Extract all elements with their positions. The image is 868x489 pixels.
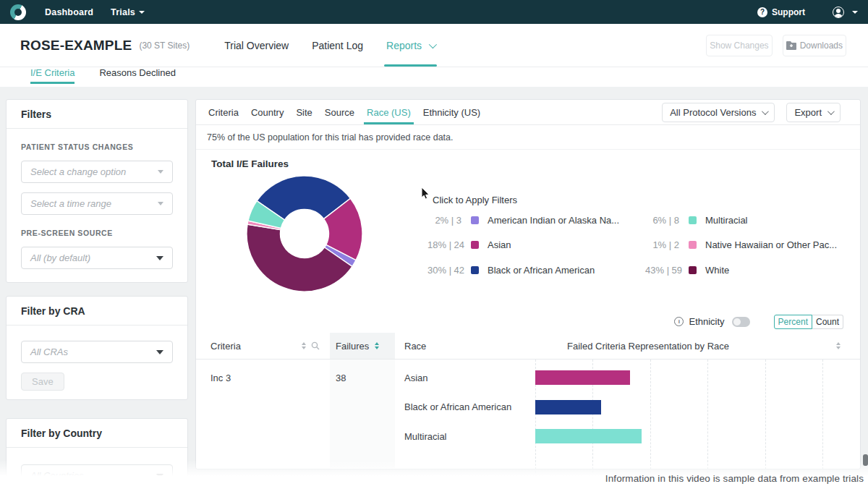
legend-swatch [471,241,479,249]
tab-patient-log[interactable]: Patient Log [312,24,363,67]
filters-panel-title: Filters [7,100,187,129]
sort-icon[interactable] [836,342,841,349]
report-subtabs: I/E Criteria Reasons Declined [0,67,868,87]
subtab-ie-criteria[interactable]: I/E Criteria [30,67,75,84]
bottom-fade: Information in this video is sample data… [0,460,868,489]
legend-value: 18% | 24 [427,239,471,250]
race-label: Asian [395,363,535,393]
trial-header: ROSE-EXAMPLE (30 ST Sites) Trial Overvie… [0,24,868,67]
tab-criteria[interactable]: Criteria [207,100,240,124]
downloads-button[interactable]: Downloads [783,35,846,56]
user-icon [833,7,844,18]
ethnicity-toggle-label: Ethnicity [689,316,724,327]
legend-item[interactable]: Native Hawaiian or Other Pac... [697,239,837,250]
nav-dashboard[interactable]: Dashboard [45,7,93,17]
help-icon: ? [757,7,767,17]
tab-trial-overview[interactable]: Trial Overview [224,24,289,67]
race-data-note: 75% of the US population for this trial … [196,125,860,150]
legend-swatch [689,266,697,274]
nav-support[interactable]: ?Support [757,7,805,17]
tab-site[interactable]: Site [294,100,313,124]
nav-trials[interactable]: Trials [111,7,145,17]
search-icon[interactable] [311,341,320,350]
protocol-versions-select[interactable]: All Protocol Versions [662,103,775,122]
legend-value: 1% | 2 [645,239,689,250]
criteria-cell: Inc 3 [196,360,330,468]
filters-panel: Filters PATIENT STATUS CHANGES Select a … [6,99,188,283]
tab-ethnicity-us[interactable]: Ethnicity (US) [422,100,482,124]
report-card: Criteria Country Site Source Race (US) E… [195,99,861,469]
chart-title: Total I/E Failures [211,158,289,169]
top-nav: Dashboard Trials ?Support [0,0,868,24]
sort-icon[interactable] [302,342,306,349]
filters-sidebar: Filters PATIENT STATUS CHANGES Select a … [6,99,188,489]
table-row: Inc 3 38 Asian Black or African American… [196,360,860,468]
legend-swatch [689,241,697,249]
bar-chart-cell [535,360,860,468]
chevron-down-icon [156,256,163,260]
country-panel-title: Filter by Country [7,419,187,448]
report-tabs: Criteria Country Site Source Race (US) E… [196,100,860,125]
chevron-down-icon [139,11,145,14]
legend-value: 6% | 8 [645,215,689,226]
app-logo-icon[interactable] [10,4,26,20]
save-button[interactable]: Save [21,373,64,391]
legend-item[interactable]: Multiracial [697,215,837,226]
failures-cell: 38 [330,360,395,468]
percent-button[interactable]: Percent [774,315,812,329]
cursor-icon [421,187,430,200]
column-header-representation[interactable]: Failed Criteria Representation by Race [535,333,860,359]
subtab-reasons-declined[interactable]: Reasons Declined [99,67,176,84]
download-icon [786,41,796,50]
chevron-down-icon [158,170,163,174]
donut-legend: 2% | 3 American Indian or Alaska Na... 6… [427,208,837,283]
column-header-criteria[interactable]: Criteria [196,333,330,359]
ethnicity-toggle[interactable] [732,317,750,327]
trial-title: ROSE-EXAMPLE [20,38,132,54]
bar-black-or-african-american [535,400,601,414]
sort-icon[interactable] [375,342,379,349]
legend-swatch [471,216,479,224]
legend-value: 2% | 3 [427,215,471,226]
race-labels: Asian Black or African American Multirac… [395,360,535,468]
patient-status-label: PATIENT STATUS CHANGES [21,143,173,151]
cra-panel: Filter by CRA All CRAs Save [6,296,188,400]
prescreen-source-select[interactable]: All (by default) [21,247,173,269]
tab-reports[interactable]: Reports [386,24,435,67]
info-icon[interactable]: i [674,317,684,326]
tab-source[interactable]: Source [323,100,356,124]
chevron-down-icon [852,11,858,14]
column-header-failures[interactable]: Failures [330,333,395,359]
legend-item[interactable]: Asian [479,239,645,250]
legend-swatch [471,266,479,274]
scrollbar-thumb[interactable] [863,454,868,466]
time-range-select[interactable]: Select a time range [21,192,173,215]
cra-select[interactable]: All CRAs [21,341,173,363]
cra-panel-title: Filter by CRA [7,297,187,326]
legend-item[interactable]: Black or African American [479,265,645,276]
count-button[interactable]: Count [812,315,843,329]
tab-race-us[interactable]: Race (US) [365,100,412,124]
race-label: Black or African American [395,393,535,422]
legend-swatch [689,216,697,224]
chevron-down-icon [158,202,163,205]
legend-value: 43% | 59 [645,265,689,276]
show-changes-button[interactable]: Show Changes [706,35,772,56]
bar-asian [535,370,630,385]
column-header-race[interactable]: Race [395,333,535,359]
trial-sites-count: (30 ST Sites) [139,41,190,51]
chevron-down-icon [156,350,163,354]
chart-controls: i Ethnicity Percent Count [196,310,860,333]
change-option-select[interactable]: Select a change option [21,161,173,183]
user-menu[interactable] [833,7,858,18]
click-to-apply-filters-label: Click to Apply Filters [433,195,517,205]
legend-item[interactable]: American Indian or Alaska Na... [479,215,645,226]
prescreen-source-label: PRE-SCREEN SOURCE [21,229,173,237]
legend-item[interactable]: White [697,265,837,276]
chevron-down-icon [762,108,769,115]
race-label: Multiracial [395,422,535,451]
export-button[interactable]: Export [786,103,841,122]
video-caption: Information in this video is sample data… [605,473,864,484]
ie-failures-donut-chart[interactable] [245,174,364,293]
tab-country[interactable]: Country [250,100,286,124]
